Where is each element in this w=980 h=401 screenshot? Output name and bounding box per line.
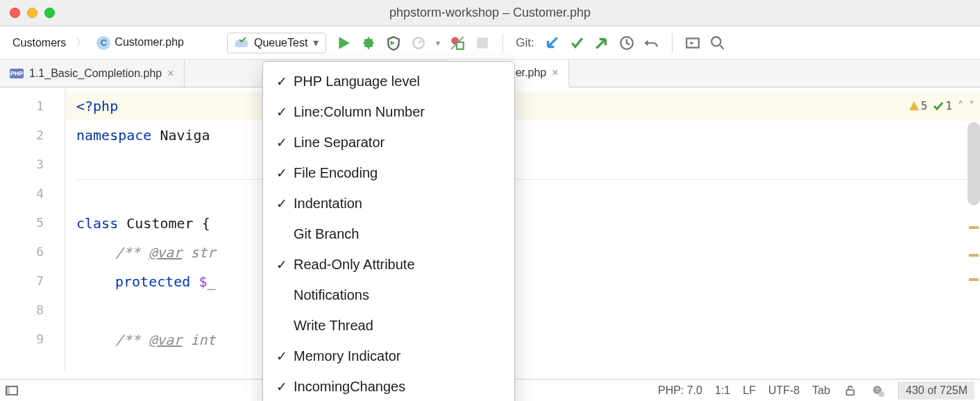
unlock-icon[interactable]: [843, 383, 858, 398]
checkmark-icon: ✓: [273, 348, 291, 364]
stop-icon[interactable]: [475, 35, 490, 51]
context-menu-item[interactable]: Write Thread: [263, 310, 514, 341]
status-indent[interactable]: Tab: [812, 384, 830, 397]
context-menu-label: File Encoding: [291, 165, 505, 181]
marker-stripe[interactable]: [969, 278, 979, 281]
class-file-icon: C: [96, 36, 110, 50]
inspections-widget[interactable]: 5 1 ˄ ˅: [909, 92, 974, 121]
svg-point-9: [711, 37, 720, 46]
svg-rect-11: [6, 386, 10, 395]
code-token: namespace: [76, 127, 151, 144]
chevron-down-icon: ▾: [313, 36, 319, 49]
line-number[interactable]: 8: [0, 296, 65, 325]
ok-count: 1: [945, 92, 952, 121]
context-menu-label: PHP Language level: [291, 74, 505, 89]
warning-count: 5: [921, 92, 928, 121]
checkmark-icon: ✓: [273, 165, 291, 181]
breadcrumb: Customers 〉 CCustomer.php: [4, 33, 192, 53]
scrollbar-thumb[interactable]: [968, 122, 980, 205]
chevron-up-icon[interactable]: ˄: [958, 92, 963, 121]
window-title: phpstorm-workshop – Customer.php: [0, 6, 980, 20]
breadcrumb-file[interactable]: CCustomer.php: [91, 33, 189, 53]
code-comment: /** @var str: [115, 244, 216, 261]
line-number[interactable]: 2: [0, 121, 65, 150]
breadcrumb-root[interactable]: Customers: [7, 34, 71, 52]
context-menu-label: Notifications: [291, 287, 505, 303]
search-icon[interactable]: [710, 35, 725, 51]
inspections-gear-icon[interactable]: ?: [870, 383, 886, 398]
undo-icon[interactable]: [644, 35, 659, 51]
checkmark-icon: ✓: [273, 379, 291, 395]
code-area[interactable]: <?php namespace Navigars; class Customer…: [65, 87, 980, 372]
context-menu-item[interactable]: ✓Indentation: [263, 188, 514, 219]
code-token: {: [202, 215, 210, 232]
chevron-right-icon: 〉: [76, 35, 87, 50]
close-icon[interactable]: ×: [167, 67, 174, 80]
context-menu-item[interactable]: ✓Read-Only Attribute: [263, 249, 514, 280]
code-token: $_: [190, 273, 215, 290]
context-menu-item[interactable]: Git Branch: [263, 219, 514, 249]
status-position[interactable]: 1:1: [715, 384, 730, 397]
history-icon[interactable]: [619, 35, 634, 51]
context-menu-label: Memory Indicator: [291, 348, 505, 364]
status-php[interactable]: PHP: 7.0: [658, 384, 702, 397]
close-icon[interactable]: ×: [552, 67, 558, 79]
breadcrumb-file-label: Customer.php: [115, 36, 184, 48]
vcs-commit-icon[interactable]: [569, 35, 584, 51]
line-number[interactable]: 6: [0, 237, 65, 266]
status-separator[interactable]: LF: [743, 384, 756, 397]
context-menu-label: IncomingChanges: [291, 379, 505, 395]
svg-rect-12: [847, 390, 854, 395]
line-number[interactable]: 9: [0, 325, 65, 354]
chevron-down-icon[interactable]: ▾: [436, 38, 440, 48]
context-menu-label: Read-Only Attribute: [291, 257, 505, 273]
line-number[interactable]: 3: [0, 150, 65, 179]
context-menu-item[interactable]: ✓Line:Column Number: [263, 96, 514, 127]
code-token: <?php: [76, 98, 118, 114]
context-menu-item[interactable]: ✓File Encoding: [263, 157, 514, 188]
line-number[interactable]: 1: [0, 92, 65, 121]
context-menu-item[interactable]: ✓PHP Language level: [263, 66, 514, 96]
run-target-icon[interactable]: [685, 35, 700, 51]
code-token: Naviga: [151, 127, 210, 144]
context-menu-label: Line:Column Number: [291, 104, 505, 120]
checkmark-icon: ✓: [273, 104, 291, 120]
vcs-update-icon[interactable]: [544, 35, 559, 51]
checkmark-icon: ✓: [273, 196, 291, 212]
statusbar-context-menu: ✓PHP Language level✓Line:Column Number✓L…: [262, 61, 515, 401]
context-menu-label: Indentation: [291, 196, 505, 212]
php-file-icon: PHP: [10, 69, 24, 78]
checkmark-icon: ✓: [273, 74, 291, 89]
stop-at-breakpoint-icon[interactable]: [450, 35, 465, 51]
run-config-selector[interactable]: QueueTest ▾: [227, 33, 326, 53]
marker-stripe[interactable]: [969, 254, 979, 257]
context-menu-label: Write Thread: [291, 318, 505, 334]
context-menu-label: Git Branch: [291, 226, 505, 242]
line-number[interactable]: 4: [0, 179, 65, 208]
marker-stripe[interactable]: [969, 226, 979, 229]
coverage-icon[interactable]: [386, 35, 401, 51]
tab-basic-completion[interactable]: PHP 1.1_Basic_Completion.php ×: [0, 60, 185, 87]
context-menu-item[interactable]: ✓Memory Indicator: [263, 341, 514, 371]
line-number[interactable]: 5: [0, 208, 65, 237]
profile-icon[interactable]: [411, 35, 426, 51]
run-icon[interactable]: [336, 35, 351, 51]
titlebar: phpstorm-workshop – Customer.php: [0, 0, 980, 26]
php-test-icon: [235, 36, 248, 50]
run-config-name: QueueTest: [254, 37, 307, 49]
line-number[interactable]: 7: [0, 266, 65, 296]
context-menu-item[interactable]: Notifications: [263, 280, 514, 310]
checkmark-icon: ✓: [273, 257, 291, 273]
context-menu-item[interactable]: ✓Line Separator: [263, 127, 514, 157]
vcs-push-icon[interactable]: [594, 35, 609, 51]
chevron-down-icon[interactable]: ˅: [969, 92, 974, 121]
tool-windows-icon[interactable]: [4, 383, 19, 398]
svg-rect-6: [478, 37, 488, 48]
memory-indicator[interactable]: 430 of 725M: [898, 382, 974, 400]
code-comment: /** @var int: [115, 332, 216, 348]
status-encoding[interactable]: UTF-8: [768, 384, 800, 397]
tab-label: 1.1_Basic_Completion.php: [29, 67, 162, 80]
context-menu-item[interactable]: ✓IncomingChanges: [263, 371, 514, 401]
debug-icon[interactable]: [361, 35, 376, 51]
gutter: 1 2 3 4 5 6 7 8 9: [0, 87, 65, 372]
